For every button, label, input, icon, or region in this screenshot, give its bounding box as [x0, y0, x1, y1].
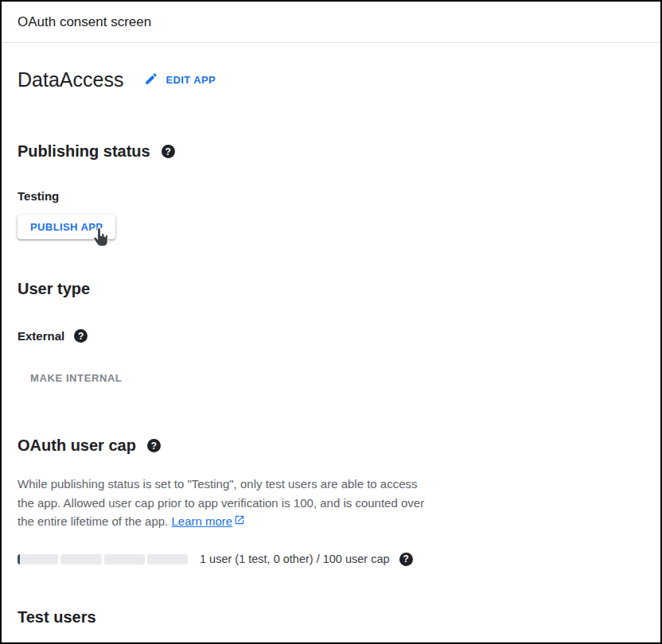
app-name: DataAccess [18, 68, 123, 91]
user-type-heading: User type [18, 280, 90, 298]
help-glyph: ? [78, 331, 84, 342]
user-type-section: User type External ? MAKE INTERNAL [18, 280, 644, 385]
help-icon[interactable]: ? [399, 553, 413, 566]
page-header: OAuth consent screen [2, 2, 660, 43]
edit-app-label: EDIT APP [166, 74, 216, 86]
publishing-status-heading: Publishing status [18, 142, 150, 161]
main-content: DataAccess EDIT APP Publishing status ? … [2, 68, 660, 627]
external-link-icon [234, 512, 245, 531]
help-icon[interactable]: ? [74, 329, 88, 343]
user-type-value-row: External ? [18, 329, 644, 343]
help-glyph: ? [151, 440, 157, 452]
user-cap-description-line: the entire lifetime of the app. [18, 514, 168, 528]
user-cap-progress-bar [18, 554, 188, 564]
help-glyph: ? [403, 553, 408, 564]
page-title: OAuth consent screen [18, 14, 151, 30]
user-cap-description-line: While publishing status is set to "Testi… [18, 475, 644, 494]
make-internal-button[interactable]: MAKE INTERNAL [30, 372, 122, 384]
oauth-consent-page: OAuth consent screen DataAccess EDIT APP… [0, 0, 662, 644]
publish-app-button-wrap: PUBLISH APP [18, 215, 115, 239]
publishing-status-heading-row: Publishing status ? [18, 142, 644, 161]
progress-segment [18, 554, 58, 564]
app-title-row: DataAccess EDIT APP [18, 68, 644, 91]
oauth-user-cap-heading: OAuth user cap [18, 436, 136, 455]
user-cap-usage-row: 1 user (1 test, 0 other) / 100 user cap … [18, 553, 644, 566]
publishing-status-heading-text: Publishing status [18, 142, 150, 160]
test-users-heading: Test users [18, 608, 644, 627]
user-type-heading-text: User type [18, 280, 90, 297]
oauth-user-cap-heading-text: OAuth user cap [18, 436, 136, 454]
progress-segment [60, 554, 101, 564]
oauth-user-cap-heading-row: OAuth user cap ? [18, 436, 644, 455]
publish-app-button[interactable]: PUBLISH APP [18, 215, 115, 239]
help-icon[interactable]: ? [162, 145, 175, 158]
test-users-section: Test users [18, 608, 644, 627]
learn-more-link[interactable]: Learn more [171, 512, 245, 531]
help-icon[interactable]: ? [147, 439, 161, 452]
publishing-status-section: Publishing status ? Testing PUBLISH APP [18, 142, 644, 239]
test-users-heading-text: Test users [18, 608, 96, 626]
pencil-icon [144, 72, 158, 88]
help-glyph: ? [166, 146, 171, 157]
user-type-value: External [18, 330, 64, 343]
publishing-status-value: Testing [18, 190, 644, 202]
progress-segment [147, 554, 188, 564]
oauth-user-cap-section: OAuth user cap ? While publishing status… [18, 436, 644, 566]
learn-more-label: Learn more [171, 512, 232, 531]
user-type-heading-row: User type [18, 280, 644, 298]
user-cap-progress-fill [18, 554, 20, 564]
progress-segment [104, 554, 145, 564]
user-cap-description: While publishing status is set to "Testi… [18, 475, 644, 531]
edit-app-button[interactable]: EDIT APP [144, 72, 216, 88]
user-cap-description-line: the app. Allowed user cap prior to app v… [18, 494, 644, 513]
user-cap-usage-text: 1 user (1 test, 0 other) / 100 user cap [200, 553, 390, 566]
